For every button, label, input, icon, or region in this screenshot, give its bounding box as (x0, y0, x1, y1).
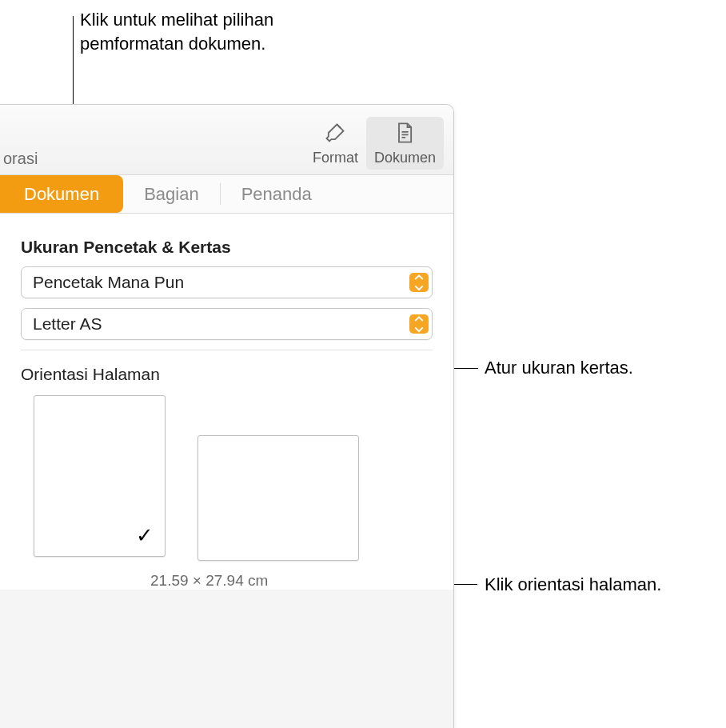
callout-top: Klik untuk melihat pilihan pemformatan d… (80, 8, 273, 55)
document-button[interactable]: Dokumen (366, 117, 444, 170)
updown-arrow-icon (409, 314, 429, 334)
toolbar: orasi Format (0, 105, 453, 175)
document-icon (393, 122, 416, 148)
divider (21, 350, 433, 350)
paper-size-select-value: Letter AS (33, 314, 102, 334)
orientation-portrait[interactable]: ✓ (34, 395, 166, 557)
paintbrush-icon (324, 122, 346, 148)
tabs-row: Dokumen Bagian Penanda (0, 175, 453, 214)
panel-body: Ukuran Pencetak & Kertas Pencetak Mana P… (0, 214, 453, 590)
toolbar-left-fragment: orasi (0, 150, 38, 168)
updown-arrow-icon (409, 273, 429, 292)
orientation-title: Orientasi Halaman (21, 365, 433, 384)
format-button[interactable]: Format (305, 117, 366, 170)
tab-document[interactable]: Dokumen (0, 175, 123, 213)
document-button-label: Dokumen (374, 150, 436, 166)
checkmark-icon: ✓ (136, 523, 154, 548)
callout-paper: Atur ukuran kertas. (485, 356, 633, 380)
callout-orient: Klik orientasi halaman. (485, 573, 661, 597)
paper-size-select[interactable]: Letter AS (21, 308, 433, 340)
orientation-row: ✓ (34, 395, 433, 561)
printer-paper-title: Ukuran Pencetak & Kertas (21, 238, 433, 257)
tab-bookmarks[interactable]: Penanda (221, 175, 333, 213)
printer-select[interactable]: Pencetak Mana Pun (21, 266, 433, 298)
page-dimensions-label: 21.59 × 27.94 cm (21, 572, 433, 590)
tab-section[interactable]: Bagian (123, 175, 220, 213)
toolbar-right-group: Format Dokumen (305, 117, 444, 170)
inspector-panel: orasi Format (0, 104, 454, 728)
printer-select-value: Pencetak Mana Pun (33, 273, 184, 292)
orientation-landscape[interactable] (197, 435, 359, 561)
format-button-label: Format (313, 150, 358, 166)
